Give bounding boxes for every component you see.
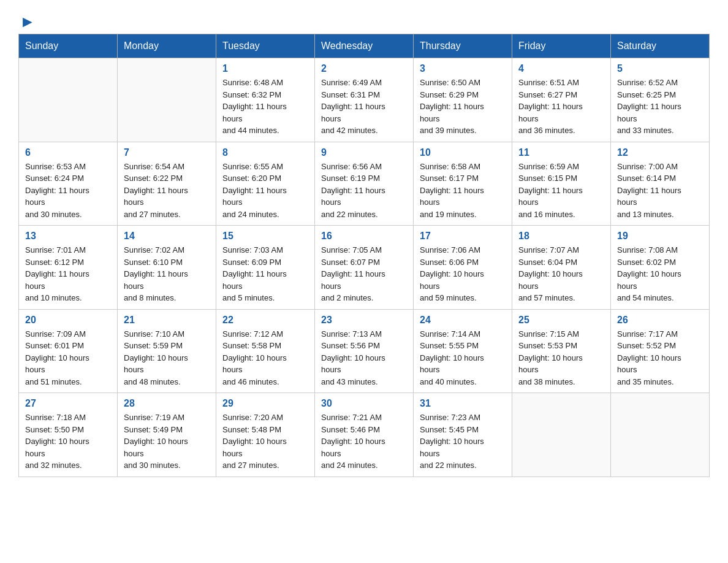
calendar-header-sunday: Sunday [19, 34, 118, 58]
day-number: 3 [420, 63, 506, 74]
day-info: Sunrise: 6:49 AMSunset: 6:31 PMDaylight:… [321, 77, 407, 137]
calendar-cell: 28Sunrise: 7:19 AMSunset: 5:49 PMDayligh… [118, 393, 216, 477]
calendar-header-thursday: Thursday [414, 34, 512, 58]
day-info: Sunrise: 6:59 AMSunset: 6:15 PMDaylight:… [518, 161, 604, 221]
calendar-cell: 19Sunrise: 7:08 AMSunset: 6:02 PMDayligh… [611, 226, 710, 310]
day-number: 8 [222, 147, 308, 158]
calendar-header-friday: Friday [512, 34, 611, 58]
day-info: Sunrise: 6:55 AMSunset: 6:20 PMDaylight:… [222, 161, 308, 221]
day-info: Sunrise: 7:14 AMSunset: 5:55 PMDaylight:… [420, 328, 506, 388]
day-number: 12 [617, 147, 703, 158]
day-number: 11 [518, 147, 604, 158]
day-number: 15 [222, 231, 308, 242]
day-info: Sunrise: 7:21 AMSunset: 5:46 PMDaylight:… [321, 412, 407, 472]
calendar-cell: 31Sunrise: 7:23 AMSunset: 5:45 PMDayligh… [414, 393, 512, 477]
day-info: Sunrise: 7:20 AMSunset: 5:48 PMDaylight:… [222, 412, 308, 472]
day-info: Sunrise: 6:51 AMSunset: 6:27 PMDaylight:… [518, 77, 604, 137]
day-number: 4 [518, 63, 604, 74]
day-number: 22 [222, 315, 308, 326]
calendar-cell: 5Sunrise: 6:52 AMSunset: 6:25 PMDaylight… [611, 58, 710, 142]
calendar-cell: 2Sunrise: 6:49 AMSunset: 6:31 PMDaylight… [315, 58, 414, 142]
calendar-table: SundayMondayTuesdayWednesdayThursdayFrid… [18, 34, 710, 477]
day-info: Sunrise: 6:50 AMSunset: 6:29 PMDaylight:… [420, 77, 506, 137]
calendar-cell: 14Sunrise: 7:02 AMSunset: 6:10 PMDayligh… [118, 226, 216, 310]
calendar-week-row-1: 6Sunrise: 6:53 AMSunset: 6:24 PMDaylight… [19, 142, 710, 226]
calendar-cell: 15Sunrise: 7:03 AMSunset: 6:09 PMDayligh… [216, 226, 315, 310]
day-info: Sunrise: 6:56 AMSunset: 6:19 PMDaylight:… [321, 161, 407, 221]
day-number: 14 [124, 231, 210, 242]
day-info: Sunrise: 7:07 AMSunset: 6:04 PMDaylight:… [518, 244, 604, 304]
calendar-cell: 6Sunrise: 6:53 AMSunset: 6:24 PMDaylight… [19, 142, 118, 226]
calendar-cell: 27Sunrise: 7:18 AMSunset: 5:50 PMDayligh… [19, 393, 118, 477]
calendar-header-row: SundayMondayTuesdayWednesdayThursdayFrid… [19, 34, 710, 58]
day-number: 9 [321, 147, 407, 158]
day-number: 29 [222, 398, 308, 409]
calendar-cell: 12Sunrise: 7:00 AMSunset: 6:14 PMDayligh… [611, 142, 710, 226]
day-info: Sunrise: 7:08 AMSunset: 6:02 PMDaylight:… [617, 244, 703, 304]
calendar-header-saturday: Saturday [611, 34, 710, 58]
calendar-week-row-0: 1Sunrise: 6:48 AMSunset: 6:32 PMDaylight… [19, 58, 710, 142]
calendar-cell: 8Sunrise: 6:55 AMSunset: 6:20 PMDaylight… [216, 142, 315, 226]
day-number: 6 [25, 147, 111, 158]
calendar-cell: 23Sunrise: 7:13 AMSunset: 5:56 PMDayligh… [315, 309, 414, 393]
day-info: Sunrise: 7:23 AMSunset: 5:45 PMDaylight:… [420, 412, 506, 472]
calendar-header-tuesday: Tuesday [216, 34, 315, 58]
day-info: Sunrise: 7:05 AMSunset: 6:07 PMDaylight:… [321, 244, 407, 304]
calendar-cell: 29Sunrise: 7:20 AMSunset: 5:48 PMDayligh… [216, 393, 315, 477]
day-number: 1 [222, 63, 308, 74]
day-number: 2 [321, 63, 407, 74]
day-info: Sunrise: 7:17 AMSunset: 5:52 PMDaylight:… [617, 328, 703, 388]
day-info: Sunrise: 7:09 AMSunset: 6:01 PMDaylight:… [25, 328, 111, 388]
day-number: 18 [518, 231, 604, 242]
calendar-cell: 4Sunrise: 6:51 AMSunset: 6:27 PMDaylight… [512, 58, 611, 142]
calendar-cell: 30Sunrise: 7:21 AMSunset: 5:46 PMDayligh… [315, 393, 414, 477]
calendar-cell [611, 393, 710, 477]
day-number: 24 [420, 315, 506, 326]
calendar-cell: 26Sunrise: 7:17 AMSunset: 5:52 PMDayligh… [611, 309, 710, 393]
day-info: Sunrise: 7:02 AMSunset: 6:10 PMDaylight:… [124, 244, 210, 304]
day-info: Sunrise: 7:06 AMSunset: 6:06 PMDaylight:… [420, 244, 506, 304]
calendar-week-row-3: 20Sunrise: 7:09 AMSunset: 6:01 PMDayligh… [19, 309, 710, 393]
calendar-cell: 10Sunrise: 6:58 AMSunset: 6:17 PMDayligh… [414, 142, 512, 226]
calendar-cell [512, 393, 611, 477]
calendar-cell: 20Sunrise: 7:09 AMSunset: 6:01 PMDayligh… [19, 309, 118, 393]
day-info: Sunrise: 6:52 AMSunset: 6:25 PMDaylight:… [617, 77, 703, 137]
day-number: 5 [617, 63, 703, 74]
calendar-week-row-4: 27Sunrise: 7:18 AMSunset: 5:50 PMDayligh… [19, 393, 710, 477]
day-number: 23 [321, 315, 407, 326]
calendar-week-row-2: 13Sunrise: 7:01 AMSunset: 6:12 PMDayligh… [19, 226, 710, 310]
day-info: Sunrise: 6:58 AMSunset: 6:17 PMDaylight:… [420, 161, 506, 221]
day-info: Sunrise: 7:18 AMSunset: 5:50 PMDaylight:… [25, 412, 111, 472]
day-info: Sunrise: 6:48 AMSunset: 6:32 PMDaylight:… [222, 77, 308, 137]
day-info: Sunrise: 7:15 AMSunset: 5:53 PMDaylight:… [518, 328, 604, 388]
day-number: 21 [124, 315, 210, 326]
day-info: Sunrise: 7:13 AMSunset: 5:56 PMDaylight:… [321, 328, 407, 388]
day-number: 19 [617, 231, 703, 242]
calendar-cell: 22Sunrise: 7:12 AMSunset: 5:58 PMDayligh… [216, 309, 315, 393]
day-info: Sunrise: 7:19 AMSunset: 5:49 PMDaylight:… [124, 412, 210, 472]
day-number: 25 [518, 315, 604, 326]
day-info: Sunrise: 6:54 AMSunset: 6:22 PMDaylight:… [124, 161, 210, 221]
calendar-cell: 11Sunrise: 6:59 AMSunset: 6:15 PMDayligh… [512, 142, 611, 226]
calendar-cell [19, 58, 118, 142]
day-number: 13 [25, 231, 111, 242]
day-number: 30 [321, 398, 407, 409]
day-number: 28 [124, 398, 210, 409]
logo: ► [18, 12, 36, 28]
calendar-cell: 24Sunrise: 7:14 AMSunset: 5:55 PMDayligh… [414, 309, 512, 393]
logo-chevron-icon: ► [20, 12, 36, 31]
day-number: 31 [420, 398, 506, 409]
calendar-header-monday: Monday [118, 34, 216, 58]
calendar-cell: 18Sunrise: 7:07 AMSunset: 6:04 PMDayligh… [512, 226, 611, 310]
calendar-cell: 7Sunrise: 6:54 AMSunset: 6:22 PMDaylight… [118, 142, 216, 226]
day-number: 16 [321, 231, 407, 242]
page-header: ► [18, 12, 710, 28]
day-info: Sunrise: 7:12 AMSunset: 5:58 PMDaylight:… [222, 328, 308, 388]
day-number: 17 [420, 231, 506, 242]
calendar-cell: 13Sunrise: 7:01 AMSunset: 6:12 PMDayligh… [19, 226, 118, 310]
calendar-cell: 1Sunrise: 6:48 AMSunset: 6:32 PMDaylight… [216, 58, 315, 142]
day-info: Sunrise: 7:10 AMSunset: 5:59 PMDaylight:… [124, 328, 210, 388]
calendar-cell: 25Sunrise: 7:15 AMSunset: 5:53 PMDayligh… [512, 309, 611, 393]
calendar-cell [118, 58, 216, 142]
day-number: 26 [617, 315, 703, 326]
